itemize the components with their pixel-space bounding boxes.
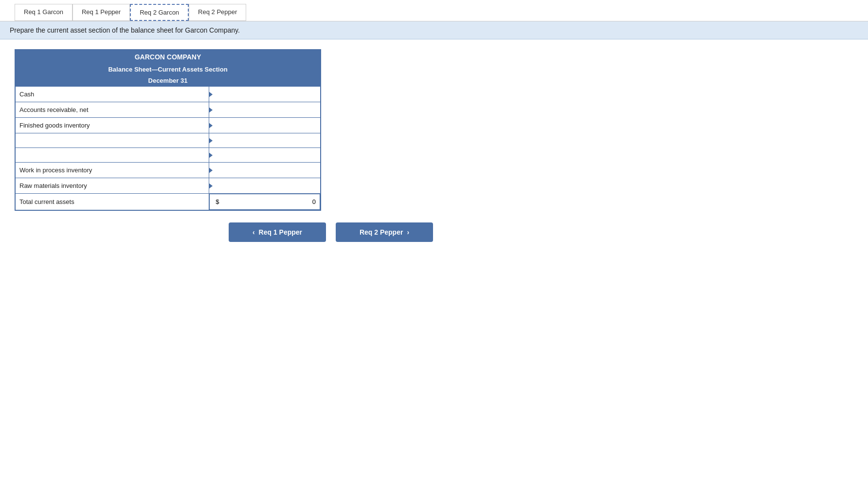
table-row bbox=[15, 148, 321, 163]
empty-input-1[interactable] bbox=[209, 136, 320, 145]
ar-arrow-icon bbox=[209, 107, 213, 113]
raw-materials-input[interactable] bbox=[213, 181, 316, 190]
title-row: Balance Sheet—Current Assets Section bbox=[15, 64, 321, 75]
table-row: Accounts receivable, net bbox=[15, 102, 321, 118]
tab-req2-pepper[interactable]: Req 2 Pepper bbox=[189, 4, 246, 21]
company-name: GARCON COMPANY bbox=[15, 50, 321, 64]
empty-arrow-icon-1 bbox=[209, 138, 213, 144]
tab-req1-pepper[interactable]: Req 1 Pepper bbox=[72, 4, 130, 21]
next-button[interactable]: Req 2 Pepper › bbox=[336, 222, 433, 242]
empty-value-1 bbox=[209, 133, 321, 148]
raw-materials-label: Raw materials inventory bbox=[15, 178, 209, 194]
prev-chevron-icon: ‹ bbox=[253, 228, 255, 236]
total-row: Total current assets $ bbox=[15, 194, 321, 211]
table-row: Finished goods inventory bbox=[15, 118, 321, 133]
empty-arrow-icon-2 bbox=[209, 152, 213, 158]
finished-goods-value-cell bbox=[209, 118, 321, 133]
ar-label: Accounts receivable, net bbox=[15, 102, 209, 118]
finished-goods-input[interactable] bbox=[213, 121, 316, 130]
date-row: December 31 bbox=[15, 75, 321, 87]
raw-materials-value-cell bbox=[209, 178, 321, 194]
tabs-row: Req 1 Garcon Req 1 Pepper Req 2 Garcon R… bbox=[0, 0, 868, 21]
total-value-cell: $ bbox=[209, 194, 320, 210]
empty-label-1 bbox=[15, 133, 209, 148]
tab-req1-garcon[interactable]: Req 1 Garcon bbox=[15, 4, 72, 21]
tab-req2-garcon[interactable]: Req 2 Garcon bbox=[130, 4, 189, 21]
main-content: GARCON COMPANY Balance Sheet—Current Ass… bbox=[0, 39, 868, 252]
table-row: Raw materials inventory bbox=[15, 178, 321, 194]
finished-goods-label: Finished goods inventory bbox=[15, 118, 209, 133]
total-input[interactable] bbox=[223, 197, 318, 206]
cash-label: Cash bbox=[15, 87, 209, 102]
cash-value-cell bbox=[209, 87, 321, 102]
nav-buttons: ‹ Req 1 Pepper Req 2 Pepper › bbox=[229, 222, 853, 242]
prev-button[interactable]: ‹ Req 1 Pepper bbox=[229, 222, 326, 242]
wip-arrow-icon bbox=[209, 167, 213, 173]
next-button-label: Req 2 Pepper bbox=[360, 228, 403, 236]
finished-goods-arrow-icon bbox=[209, 123, 213, 129]
total-label: Total current assets bbox=[15, 194, 209, 211]
cash-input[interactable] bbox=[213, 90, 316, 99]
table-date: December 31 bbox=[15, 75, 321, 87]
table-title: Balance Sheet—Current Assets Section bbox=[15, 64, 321, 75]
empty-label-2 bbox=[15, 148, 209, 163]
raw-materials-arrow-icon bbox=[209, 183, 213, 189]
ar-value-cell bbox=[209, 102, 321, 118]
company-name-row: GARCON COMPANY bbox=[15, 50, 321, 64]
total-dollar-sign: $ bbox=[212, 198, 223, 205]
cash-arrow-icon bbox=[209, 92, 213, 97]
balance-sheet-wrapper: GARCON COMPANY Balance Sheet—Current Ass… bbox=[15, 49, 321, 211]
table-row: Cash bbox=[15, 87, 321, 102]
prev-button-label: Req 1 Pepper bbox=[259, 228, 302, 236]
instruction-bar: Prepare the current asset section of the… bbox=[0, 21, 868, 39]
table-row bbox=[15, 133, 321, 148]
wip-value-cell bbox=[209, 163, 321, 178]
table-row: Work in process inventory bbox=[15, 163, 321, 178]
empty-value-2 bbox=[209, 148, 321, 163]
empty-input-2[interactable] bbox=[209, 150, 320, 160]
empty-input-2-label[interactable] bbox=[16, 150, 209, 160]
wip-input[interactable] bbox=[213, 166, 316, 175]
empty-input-1-label[interactable] bbox=[16, 136, 209, 145]
wip-label: Work in process inventory bbox=[15, 163, 209, 178]
next-chevron-icon: › bbox=[407, 228, 409, 236]
page-container: Req 1 Garcon Req 1 Pepper Req 2 Garcon R… bbox=[0, 0, 868, 479]
balance-sheet-table: GARCON COMPANY Balance Sheet—Current Ass… bbox=[15, 49, 321, 211]
ar-input[interactable] bbox=[213, 105, 316, 114]
